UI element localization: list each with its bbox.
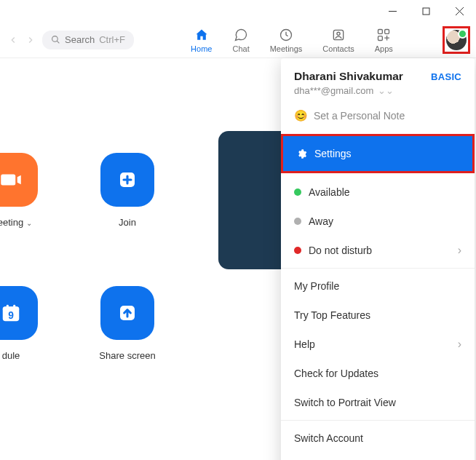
svg-line-5 — [57, 41, 59, 43]
tile-new-meeting[interactable]: Meeting⌄ — [0, 153, 44, 228]
menu-portrait[interactable]: Switch to Portrait View — [281, 388, 475, 417]
plus-icon — [100, 153, 154, 207]
avatar[interactable] — [446, 30, 467, 50]
divider — [281, 420, 475, 421]
home-icon — [194, 27, 210, 43]
menu-check-updates-label: Check for Updates — [294, 368, 378, 379]
svg-text:9: 9 — [8, 310, 14, 321]
tile-schedule[interactable]: 9 dule — [0, 286, 44, 361]
chat-icon — [233, 27, 249, 43]
toolbar: Search Ctrl+F Home Chat Meetings Conta — [0, 22, 476, 58]
contacts-icon — [330, 27, 346, 43]
tab-home[interactable]: Home — [191, 27, 212, 53]
clock-icon — [278, 27, 294, 43]
personal-note-label: Set a Personal Note — [314, 110, 405, 122]
menu-help[interactable]: Help › — [281, 330, 475, 359]
main: Meeting⌄ Join 9 dule Share screen Dharan… — [0, 58, 476, 460]
svg-rect-11 — [378, 36, 383, 40]
tab-chat-label: Chat — [232, 44, 249, 53]
chevron-right-icon: › — [458, 244, 461, 257]
status-dot-gray — [294, 218, 301, 225]
menu-sign-out[interactable]: Sign Out — [281, 453, 475, 460]
menu-dnd[interactable]: Do not disturb › — [281, 236, 475, 265]
menu-available[interactable]: Available — [281, 178, 475, 207]
svg-rect-10 — [385, 29, 389, 33]
tab-home-label: Home — [191, 44, 212, 53]
chevron-right-icon: › — [458, 338, 461, 351]
profile-menu: Dharani Shivakumar BASIC dha***@gmail.co… — [281, 58, 475, 460]
tile-schedule-label: dule — [2, 350, 20, 361]
search-icon — [51, 35, 60, 44]
back-button[interactable] — [6, 33, 20, 47]
smile-icon: 😊 — [294, 109, 308, 122]
close-button[interactable] — [443, 0, 476, 22]
tab-contacts-label: Contacts — [322, 44, 354, 53]
menu-my-profile-label: My Profile — [294, 280, 339, 292]
user-name: Dharani Shivakumar — [294, 70, 403, 83]
svg-rect-17 — [13, 305, 15, 309]
svg-point-8 — [337, 32, 340, 35]
status-dot-green — [294, 189, 301, 196]
plan-badge: BASIC — [431, 71, 461, 82]
menu-dnd-label: Do not disturb — [309, 245, 372, 256]
status-dot-red — [294, 247, 301, 254]
svg-point-4 — [52, 36, 58, 42]
menu-top-features-label: Try Top Features — [294, 309, 370, 321]
menu-top-features[interactable]: Try Top Features — [281, 301, 475, 330]
tile-join[interactable]: Join — [95, 153, 160, 228]
personal-note[interactable]: 😊 Set a Personal Note — [294, 109, 461, 122]
menu-portrait-label: Switch to Portrait View — [294, 397, 396, 408]
tile-join-label: Join — [119, 217, 136, 228]
search-input[interactable]: Search Ctrl+F — [42, 31, 134, 49]
tab-contacts[interactable]: Contacts — [322, 27, 354, 53]
titlebar — [0, 0, 476, 22]
tab-apps[interactable]: Apps — [375, 27, 393, 53]
svg-rect-9 — [378, 29, 383, 33]
tab-meetings-label: Meetings — [270, 44, 303, 53]
settings-highlight: Settings — [281, 134, 475, 173]
menu-switch-account-label: Switch Account — [294, 432, 363, 444]
arrow-up-icon — [100, 286, 154, 340]
menu-header: Dharani Shivakumar BASIC dha***@gmail.co… — [281, 58, 475, 130]
tab-chat[interactable]: Chat — [232, 27, 249, 53]
video-icon — [0, 153, 38, 207]
menu-available-label: Available — [309, 186, 350, 198]
maximize-button[interactable] — [409, 0, 443, 22]
apps-icon — [376, 27, 392, 43]
svg-rect-16 — [7, 305, 9, 309]
menu-settings-label: Settings — [314, 148, 352, 159]
search-placeholder: Search — [65, 34, 95, 45]
avatar-highlight — [443, 26, 470, 54]
gear-icon — [296, 148, 307, 159]
menu-settings[interactable]: Settings — [283, 136, 472, 171]
action-tiles: Meeting⌄ Join 9 dule Share screen — [0, 153, 160, 361]
user-email: dha***@gmail.com ⌄⌄ — [294, 85, 461, 96]
tile-share-screen[interactable]: Share screen — [95, 286, 160, 361]
nav-tabs: Home Chat Meetings Contacts Apps — [141, 27, 443, 53]
search-shortcut: Ctrl+F — [99, 34, 125, 45]
menu-switch-account[interactable]: Switch Account — [281, 424, 475, 453]
menu-check-updates[interactable]: Check for Updates — [281, 359, 475, 388]
tile-share-label: Share screen — [99, 350, 155, 361]
history-buttons — [6, 33, 38, 47]
tab-meetings[interactable]: Meetings — [270, 27, 303, 53]
minimize-button[interactable] — [376, 0, 409, 22]
tile-new-meeting-label: Meeting⌄ — [0, 217, 32, 228]
hide-icon[interactable]: ⌄⌄ — [378, 85, 394, 96]
chevron-down-icon: ⌄ — [26, 219, 32, 227]
forward-button[interactable] — [23, 33, 38, 47]
divider — [281, 268, 475, 269]
menu-away-label: Away — [309, 215, 333, 227]
menu-help-label: Help — [294, 338, 315, 350]
menu-my-profile[interactable]: My Profile — [281, 271, 475, 301]
menu-away[interactable]: Away — [281, 207, 475, 236]
svg-rect-1 — [423, 8, 429, 15]
tab-apps-label: Apps — [375, 44, 393, 53]
calendar-icon: 9 — [0, 286, 38, 340]
